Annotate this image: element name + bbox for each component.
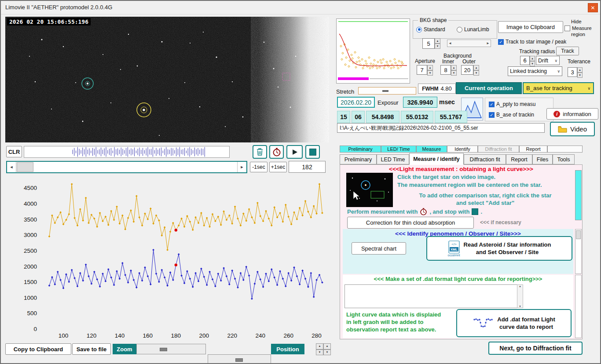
dat-textarea[interactable] — [344, 284, 518, 308]
scroll-right-icon[interactable]: ► — [237, 162, 246, 172]
tab-led-time[interactable]: LED Time — [377, 154, 409, 164]
scroll-left-icon[interactable]: ◄ — [7, 162, 16, 172]
spin-up-icon[interactable]: ▲ — [530, 56, 535, 61]
scrollbar-thumb[interactable] — [17, 162, 33, 172]
frame-scrollbar[interactable]: ◄ ► — [6, 161, 247, 173]
save-to-file-button[interactable]: Save to file — [72, 343, 111, 355]
information-button[interactable]: i information — [546, 108, 598, 120]
panel-scrollbar-top[interactable] — [575, 170, 582, 220]
video-frame[interactable]: 2026 02 20 15:06:55:196 — [5, 17, 329, 142]
spin-up-icon[interactable]: ▲ — [435, 38, 440, 44]
read-asteroid-button[interactable]: </> XML occelmnt Read Asteroid / Star in… — [426, 236, 572, 261]
linked-tracking-dropdown[interactable]: Linked tracking∨ — [508, 66, 562, 76]
scroll-up-icon[interactable]: ▲ — [519, 285, 521, 288]
checkbox-icon[interactable]: ✓ — [498, 39, 504, 45]
bkg-radius-value[interactable]: 5 — [422, 38, 435, 49]
spin-down-icon[interactable]: ▼ — [530, 61, 535, 66]
radio-icon[interactable] — [457, 27, 462, 33]
clear-measure-button[interactable] — [253, 145, 267, 159]
date-field[interactable]: 2026.02.20 — [337, 97, 375, 108]
clr-button[interactable]: CLR — [6, 146, 22, 157]
outer-spinner[interactable]: 20 ▲▼ — [461, 65, 479, 75]
operation-mode-dropdown[interactable]: B_ase for tracking∨ — [523, 82, 594, 94]
slider-thumb[interactable] — [160, 348, 167, 351]
bkg-lunarlimb-radio[interactable]: LunarLimb — [457, 26, 489, 33]
inner-spinner[interactable]: 8 ▲▼ — [440, 65, 457, 75]
aperture-spinner[interactable]: 7 ▲▼ — [417, 65, 433, 75]
tab-tools[interactable]: Tools — [553, 154, 575, 164]
spin-down-icon[interactable]: ▼ — [316, 349, 323, 356]
outer-value[interactable]: 20 — [461, 65, 473, 75]
radio-icon[interactable] — [416, 27, 422, 33]
tab-preliminary[interactable]: Preliminary — [340, 154, 377, 164]
spin-up-icon[interactable]: ▲ — [473, 65, 479, 70]
scrollbar-thumb[interactable] — [576, 230, 581, 239]
tracking-radius-spinner[interactable]: 6 ▲▼ — [520, 56, 535, 65]
spin-up-icon[interactable]: ▲ — [316, 343, 323, 349]
copy-to-clipboard-button[interactable]: Copy to Clipboard — [5, 343, 71, 355]
drift-dropdown[interactable]: Drift∨ — [536, 56, 560, 65]
stop-button[interactable] — [305, 145, 320, 159]
panel-scrollbar-middle[interactable] — [575, 229, 582, 274]
tab-report[interactable]: Report — [506, 154, 532, 164]
tolerance-value[interactable]: 3 — [568, 67, 577, 77]
tab-small-identify[interactable]: Identify — [447, 146, 478, 153]
tab-diffraction-fit[interactable]: Diffraction fit — [464, 154, 506, 164]
measure-start-button[interactable] — [269, 145, 284, 159]
scroll-left-icon[interactable]: ◄ — [447, 41, 452, 45]
bkg-radius-spinner[interactable]: 5 ▲▼ — [422, 38, 440, 49]
spin-down-icon[interactable]: ▼ — [323, 349, 331, 356]
bkg-standard-radio[interactable]: Standard — [416, 26, 445, 33]
video-button[interactable]: Video — [550, 122, 595, 136]
next-diffraction-button[interactable]: Next, go to Diffraction fit — [488, 342, 583, 355]
spin-down-icon[interactable]: ▼ — [427, 70, 433, 76]
starfield-image[interactable] — [5, 17, 329, 142]
play-button[interactable] — [286, 145, 303, 159]
tab-small-measure[interactable]: Measure — [416, 146, 447, 153]
tab-small-led-time[interactable]: LED/ Time — [381, 146, 416, 153]
spin-up-icon[interactable]: ▲ — [427, 65, 433, 70]
dat-textarea-scrollbar[interactable]: ▲ ▼ — [517, 284, 523, 308]
close-icon[interactable]: ✕ — [588, 3, 598, 12]
tab-files[interactable]: Files — [532, 154, 553, 164]
zoom-slider[interactable] — [136, 344, 206, 354]
spectral-chart-button[interactable]: Spectral chart — [352, 242, 406, 255]
hide-measure-checkbox[interactable] — [564, 25, 570, 31]
bkg-scrollbar[interactable]: ◄ ► — [447, 40, 491, 47]
tracking-radius-value[interactable]: 6 — [520, 56, 530, 65]
tab-small-preliminary[interactable]: Preliminary — [340, 146, 381, 153]
cloud-correction-button[interactable]: Correction for thin cloud absorption — [347, 217, 474, 229]
image-to-clipboard-button[interactable]: Image to Clipboard — [498, 21, 563, 33]
spin-up-icon[interactable]: ▲ — [323, 343, 331, 349]
base-of-tracking-checkbox[interactable]: ✓ B_ase of trackin — [489, 112, 534, 118]
minus-1sec-button[interactable]: -1sec — [250, 162, 268, 172]
tab-small-report[interactable]: Report — [519, 146, 547, 153]
checkbox-icon[interactable]: ✓ — [489, 112, 495, 118]
tolerance-spinner[interactable]: 3 ▲▼ — [568, 67, 583, 77]
spin-down-icon[interactable]: ▼ — [473, 70, 479, 76]
checkbox-icon[interactable]: ✓ — [489, 102, 495, 107]
track-to-star-checkbox[interactable]: ✓ Track to star image / peak — [498, 39, 566, 45]
panel-scrollbar-bottom[interactable] — [575, 275, 582, 338]
scroll-right-icon[interactable]: ► — [486, 41, 491, 45]
track-button[interactable]: Track — [556, 47, 579, 55]
spin-up-icon[interactable]: ▲ — [451, 65, 457, 70]
scroll-down-icon[interactable]: ▼ — [519, 305, 521, 308]
slider-thumb[interactable] — [235, 358, 243, 362]
plus-1sec-button[interactable]: +1sec — [269, 162, 287, 172]
slider-thumb[interactable] — [382, 90, 388, 92]
inner-value[interactable]: 8 — [440, 65, 451, 75]
apply-to-measure-checkbox[interactable]: ✓ A_pply to measu — [489, 101, 535, 107]
file-path-field[interactable]: I:\A-えんぺい観測\観測記録2026\2026-02-21\00_05_55… — [337, 123, 545, 133]
chart-scroll-spinner[interactable]: ▲▼ ▲▼ — [316, 343, 331, 355]
tab-measure-identify[interactable]: Measure / identify — [409, 153, 464, 165]
position-slider[interactable] — [208, 354, 271, 364]
spin-down-icon[interactable]: ▼ — [577, 73, 583, 78]
spin-down-icon[interactable]: ▼ — [451, 70, 457, 76]
spin-down-icon[interactable]: ▼ — [435, 44, 440, 49]
aperture-value[interactable]: 7 — [417, 65, 427, 75]
spin-up-icon[interactable]: ▲ — [577, 67, 583, 73]
stretch-slider[interactable] — [358, 87, 416, 95]
frame-number-field[interactable]: 182 — [289, 161, 326, 173]
tab-small-diffraction-fit[interactable]: Diffraction fit — [478, 146, 519, 153]
